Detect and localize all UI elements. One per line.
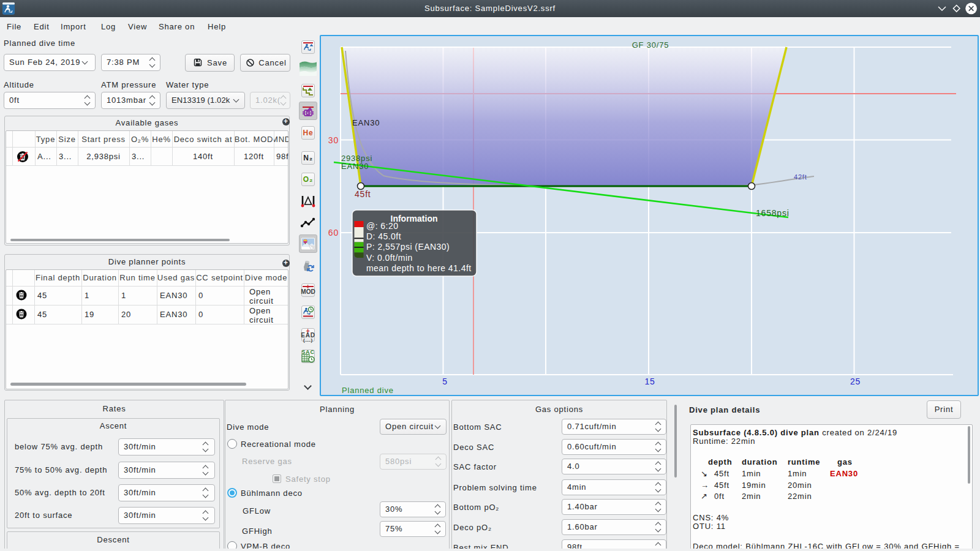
svg-text:GF 30/75: GF 30/75 [632,40,669,50]
svg-text:D: 45.0ft: D: 45.0ft [366,231,401,241]
svg-text:15: 15 [644,377,655,386]
svg-text:42ft: 42ft [794,173,807,181]
svg-text:60: 60 [328,228,339,238]
svg-text:V: 0.0ft/min: V: 0.0ft/min [366,253,413,263]
svg-text:25: 25 [850,377,861,386]
svg-text:Planned dive: Planned dive [342,386,394,395]
svg-text:EAN30: EAN30 [341,162,369,171]
svg-text:@: 6:20: @: 6:20 [366,221,398,231]
svg-text:mean depth to here 41.4ft: mean depth to here 41.4ft [366,263,472,273]
svg-text:45ft: 45ft [355,189,371,199]
svg-text:EAN30: EAN30 [352,118,380,127]
svg-text:5: 5 [442,377,448,386]
svg-text:1658psi: 1658psi [756,208,790,218]
svg-text:30: 30 [328,135,339,145]
svg-text:P: 2,557psi (EAN30): P: 2,557psi (EAN30) [366,242,450,252]
